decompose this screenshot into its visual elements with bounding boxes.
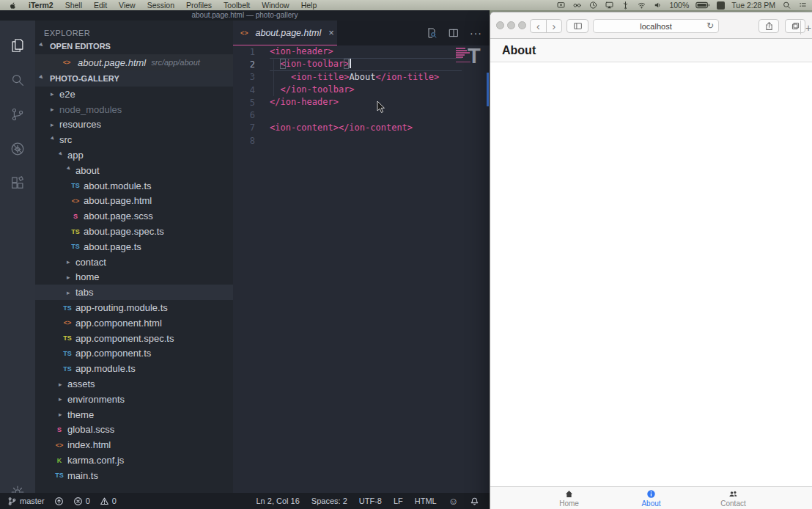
- status-item-html[interactable]: HTML: [415, 497, 437, 505]
- close-tab-icon[interactable]: ×: [328, 28, 334, 37]
- tree-item-about.module.ts[interactable]: TSabout.module.ts: [35, 178, 233, 194]
- close-window-button[interactable]: [496, 21, 504, 29]
- activity-item-debug[interactable]: [0, 131, 35, 166]
- code-line-3[interactable]: 3 <ion-title>About</ion-title>: [233, 71, 490, 84]
- back-button[interactable]: ‹: [531, 21, 546, 32]
- share-button[interactable]: [759, 19, 779, 33]
- airplay-icon[interactable]: [605, 1, 614, 10]
- code-line-8[interactable]: 8: [233, 134, 490, 147]
- status-item-ln-2-col-16[interactable]: Ln 2, Col 16: [256, 497, 300, 505]
- code-token: [270, 84, 280, 95]
- tree-item-app.component.html[interactable]: <>app.component.html: [35, 315, 233, 331]
- find-in-file-button[interactable]: [426, 27, 438, 39]
- menu-clock[interactable]: Tue 2:28 PM: [731, 1, 775, 10]
- tree-item-src[interactable]: ▸src: [35, 132, 233, 147]
- tab-home[interactable]: Home: [528, 487, 610, 509]
- menu-edit[interactable]: Edit: [88, 1, 113, 10]
- minimize-window-button[interactable]: [507, 21, 515, 29]
- tab-about[interactable]: About: [610, 487, 693, 509]
- status-item-master[interactable]: master: [7, 497, 45, 506]
- code-line-4[interactable]: 4 </ion-toolbar>: [233, 84, 490, 96]
- tree-item-about.page.ts[interactable]: TSabout.page.ts: [35, 239, 233, 254]
- tree-item-contact[interactable]: ▸contact: [35, 254, 233, 270]
- activity-item-explorer[interactable]: [0, 28, 35, 62]
- project-section-header[interactable]: ▸ PHOTO-GALLERY: [35, 70, 233, 87]
- menu-session[interactable]: Session: [141, 1, 180, 10]
- status-item-lf[interactable]: LF: [394, 497, 403, 505]
- address-bar[interactable]: localhost ↻: [593, 19, 719, 33]
- tree-item-label: node_modules: [59, 104, 122, 115]
- tree-item-node_modules[interactable]: ▸node_modules: [35, 102, 233, 117]
- tree-item-app[interactable]: ▸app: [35, 147, 233, 163]
- vscode-title-bar[interactable]: about.page.html — photo-gallery: [0, 10, 490, 21]
- tab-contact[interactable]: Contact: [693, 487, 775, 509]
- zoom-window-button[interactable]: [518, 21, 526, 29]
- status-item-publish[interactable]: [54, 497, 64, 506]
- new-tab-button[interactable]: +: [800, 21, 812, 34]
- reload-icon[interactable]: ↻: [706, 21, 714, 31]
- tree-item-e2e[interactable]: ▸e2e: [35, 87, 233, 102]
- screen-recording-icon[interactable]: [556, 1, 566, 10]
- tab-about-page-html[interactable]: <> about.page.html ×: [233, 21, 337, 45]
- open-editors-section[interactable]: ▸ OPEN EDITORS: [35, 38, 233, 54]
- code-line-5[interactable]: 5</ion-header>: [233, 96, 490, 109]
- activity-item-extensions[interactable]: [0, 166, 35, 200]
- tree-item-app-routing.module.ts[interactable]: TSapp-routing.module.ts: [35, 300, 233, 315]
- tree-item-assets[interactable]: ▸assets: [35, 376, 233, 392]
- menu-window[interactable]: Window: [256, 1, 295, 10]
- code-line-2[interactable]: 2 <ion-toolbar>: [233, 58, 490, 70]
- code-line-1[interactable]: 1<ion-header>: [233, 45, 490, 58]
- split-editor-button[interactable]: [448, 27, 459, 39]
- menu-iterm2[interactable]: iTerm2: [23, 1, 59, 10]
- tree-item-resources[interactable]: ▸resources: [35, 117, 233, 133]
- status-item-bell[interactable]: [470, 497, 479, 506]
- code-line-7[interactable]: 7<ion-content></ion-content>: [233, 122, 490, 134]
- code-editor[interactable]: 1<ion-header>2 <ion-toolbar>3 <ion-title…: [233, 45, 490, 493]
- tree-item-about.page.html[interactable]: <>about.page.html: [35, 194, 233, 209]
- notification-center-icon[interactable]: [798, 1, 808, 10]
- tree-item-tabs[interactable]: ▸tabs: [35, 285, 233, 300]
- tree-item-home[interactable]: ▸home: [35, 270, 233, 285]
- volume-icon[interactable]: [653, 1, 662, 10]
- status-item-utf-8[interactable]: UTF-8: [359, 497, 382, 505]
- tree-item-label: home: [75, 271, 100, 282]
- activity-item-source-control[interactable]: [0, 97, 35, 131]
- menu-help[interactable]: Help: [295, 1, 323, 10]
- html-file-icon: <>: [62, 59, 72, 66]
- menu-profiles[interactable]: Profiles: [180, 1, 218, 10]
- menu-shell[interactable]: Shell: [59, 1, 88, 10]
- tree-item-index.html[interactable]: <>index.html: [35, 437, 233, 453]
- status-item-smiley[interactable]: ☺: [449, 496, 458, 507]
- ts-file-icon: TS: [62, 350, 73, 357]
- spotlight-icon[interactable]: [782, 1, 791, 10]
- activity-item-search[interactable]: [0, 62, 35, 97]
- contacts-icon: [728, 489, 738, 499]
- code-line-6[interactable]: 6: [233, 109, 490, 121]
- open-editor-item[interactable]: <> about.page.html src/app/about: [35, 54, 233, 70]
- tree-item-theme[interactable]: ▸theme: [35, 407, 233, 422]
- apple-menu-icon[interactable]: [9, 1, 17, 10]
- tree-item-karma.conf.js[interactable]: Kkarma.conf.js: [35, 453, 233, 468]
- tree-item-app.module.ts[interactable]: TSapp.module.ts: [35, 361, 233, 376]
- tree-item-environments[interactable]: ▸environments: [35, 392, 233, 407]
- tree-item-app.component.ts[interactable]: TSapp.component.ts: [35, 346, 233, 362]
- tree-item-about.page.scss[interactable]: Sabout.page.scss: [35, 208, 233, 224]
- more-actions-button[interactable]: ···: [470, 27, 482, 39]
- status-item-0[interactable]: 0: [73, 497, 90, 506]
- glasses-icon[interactable]: [572, 1, 582, 10]
- menu-view[interactable]: View: [113, 1, 141, 10]
- usb-icon[interactable]: [621, 1, 630, 10]
- status-item-0[interactable]: 0: [100, 497, 117, 506]
- sidebar-button[interactable]: [566, 19, 588, 33]
- wifi-icon[interactable]: [637, 1, 646, 10]
- tree-item-app.component.spec.ts[interactable]: TSapp.component.spec.ts: [35, 331, 233, 346]
- tree-item-about.page.spec.ts[interactable]: TSabout.page.spec.ts: [35, 224, 233, 239]
- status-item-spaces-2[interactable]: Spaces: 2: [311, 497, 347, 505]
- tree-item-global.scss[interactable]: Sglobal.scss: [35, 422, 233, 438]
- clock-status-icon[interactable]: [588, 1, 598, 10]
- tree-item-about[interactable]: ▸about: [35, 163, 233, 178]
- menu-toolbelt[interactable]: Toolbelt: [218, 1, 256, 10]
- menubar-app-icon[interactable]: [717, 1, 725, 10]
- forward-button[interactable]: ›: [547, 21, 562, 32]
- tree-item-main.ts[interactable]: TSmain.ts: [35, 468, 233, 483]
